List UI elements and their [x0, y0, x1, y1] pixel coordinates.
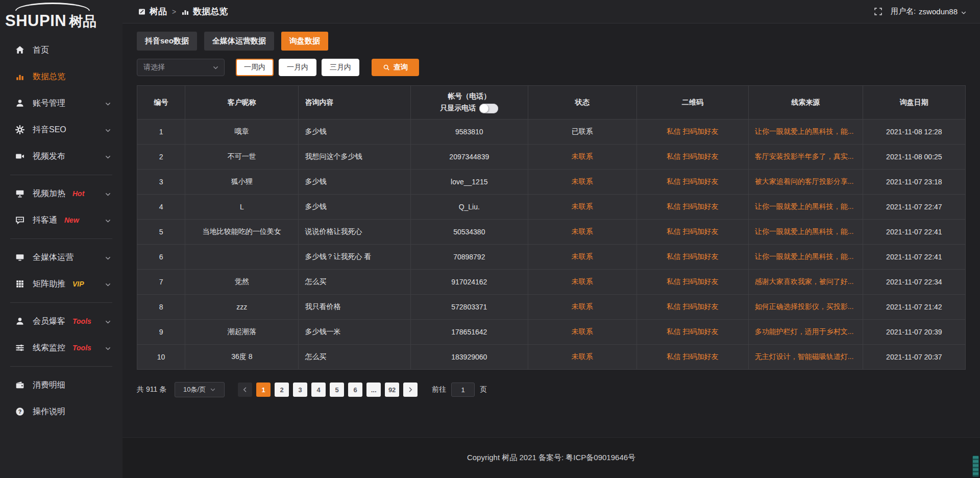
- source-link[interactable]: 让你一眼就爱上的黑科技，能...: [755, 127, 856, 136]
- cell-account: 70898792: [410, 245, 528, 270]
- cell-no: 6: [137, 245, 185, 270]
- sidebar-item-member-baoke[interactable]: 会员爆客 Tools: [0, 308, 122, 334]
- cell-qrcode: 私信 扫码加好友: [636, 170, 748, 195]
- qrcode-link[interactable]: 私信 扫码加好友: [667, 252, 719, 260]
- table-row: 7 觉然 怎么买 917024162 未联系 私信 扫码加好友 感谢大家喜欢我家…: [137, 270, 966, 295]
- cell-source: 让你一眼就爱上的黑科技，能...: [748, 119, 863, 145]
- source-link[interactable]: 多功能护栏灯，适用于乡村文...: [755, 327, 856, 337]
- cell-status: 未联系: [528, 195, 637, 220]
- qrcode-link[interactable]: 私信 扫码加好友: [667, 277, 719, 285]
- source-link[interactable]: 让你一眼就爱上的黑科技，能...: [755, 227, 856, 236]
- qrcode-link[interactable]: 私信 扫码加好友: [667, 202, 719, 210]
- source-link[interactable]: 让你一眼就爱上的黑科技，能...: [755, 202, 856, 211]
- cell-date: 2021-11-07 21:42: [863, 295, 965, 320]
- sidebar-item-home[interactable]: 首页: [0, 37, 122, 63]
- query-button[interactable]: 查询: [372, 59, 419, 76]
- sidebar-item-help[interactable]: ? 操作说明: [0, 398, 122, 425]
- user-menu[interactable]: 用户名: zswodun88: [891, 7, 967, 16]
- prev-page-button[interactable]: [238, 383, 252, 397]
- sidebar-divider: [10, 366, 112, 367]
- source-link[interactable]: 感谢大家喜欢我家，被问了好...: [755, 277, 856, 286]
- sidebar-item-clue-monitor[interactable]: 线索监控 Tools: [0, 334, 122, 361]
- sidebar-item-consumption-detail[interactable]: 消费明细: [0, 372, 122, 398]
- phone-toggle-row: 只显示电话: [417, 104, 522, 113]
- sidebar-item-video-publish[interactable]: 视频发布: [0, 143, 122, 170]
- cell-account: 183929060: [410, 345, 528, 370]
- tab-全媒体运营数据[interactable]: 全媒体运营数据: [204, 32, 274, 51]
- svg-text:?: ?: [18, 409, 22, 415]
- qrcode-link[interactable]: 私信 扫码加好友: [667, 302, 719, 310]
- table-row: 2 不可一世 我想问这个多少钱 2097344839 未联系 私信 扫码加好友 …: [137, 145, 966, 170]
- breadcrumb-item-brand[interactable]: 树品: [138, 6, 167, 17]
- chevron-left-icon: [242, 387, 248, 393]
- chevron-down-icon: [210, 387, 216, 393]
- tab-抖音seo数据[interactable]: 抖音seo数据: [137, 32, 197, 51]
- period-button-一月内[interactable]: 一月内: [279, 59, 316, 76]
- cell-qrcode: 私信 扫码加好友: [636, 345, 748, 370]
- page-size-select[interactable]: 10条/页: [175, 382, 225, 397]
- page-button-2[interactable]: 2: [275, 383, 289, 397]
- breadcrumb-item-page[interactable]: 数据总览: [181, 6, 228, 17]
- breadcrumb-label: 数据总览: [193, 6, 228, 17]
- sidebar-item-douyin-seo[interactable]: 抖音SEO: [0, 116, 122, 143]
- source-link[interactable]: 客厅安装投影半年多了，真实...: [755, 152, 856, 161]
- logo-text-cn: 树品: [69, 15, 96, 29]
- cell-source: 多功能护栏灯，适用于乡村文...: [748, 320, 863, 345]
- page-button-1[interactable]: 1: [256, 383, 271, 397]
- qrcode-link[interactable]: 私信 扫码加好友: [667, 127, 719, 135]
- sidebar-item-doukertong[interactable]: 抖客通 New: [0, 207, 122, 233]
- cell-date: 2021-11-07 22:34: [863, 270, 965, 295]
- cell-date: 2021-11-07 20:39: [863, 320, 965, 345]
- table-row: 1 哦章 多少钱 9583810 已联系 私信 扫码加好友 让你一眼就爱上的黑科…: [137, 119, 966, 145]
- goto-page: 前往 页: [432, 383, 487, 397]
- tab-询盘数据[interactable]: 询盘数据: [281, 32, 328, 51]
- period-button-三月内[interactable]: 三月内: [322, 59, 359, 76]
- page-size-label: 10条/页: [183, 385, 206, 394]
- source-link[interactable]: 无主灯设计，智能磁吸轨道灯...: [755, 352, 856, 362]
- sidebar-item-matrix-boost[interactable]: 矩阵助推 VIP: [0, 271, 122, 297]
- logo-arc-decoration: [15, 3, 90, 11]
- sidebar-item-media-operation[interactable]: 全媒体运营: [0, 244, 122, 271]
- period-button-一周内[interactable]: 一周内: [236, 59, 274, 76]
- sidebar-item-video-heat[interactable]: 视频加热 Hot: [0, 180, 122, 207]
- period-filter-group: 一周内一月内三月内: [236, 59, 359, 76]
- page-ellipsis[interactable]: ...: [366, 383, 381, 397]
- phone-only-toggle[interactable]: [479, 104, 498, 113]
- chevron-down-icon: [212, 64, 219, 71]
- username-label: 用户名:: [891, 7, 916, 16]
- cell-nick: [185, 245, 299, 270]
- table-row: 10 36度 8 怎么买 183929060 未联系 私信 扫码加好友 无主灯设…: [137, 345, 966, 370]
- source-link[interactable]: 如何正确选择投影仪，买投影...: [755, 302, 856, 312]
- page-button-5[interactable]: 5: [330, 383, 344, 397]
- sidebar: SHUPIN 树品 首页 数据总览 账号管理 抖音SEO 视频发布: [0, 0, 122, 478]
- cell-content: 多少钱: [299, 170, 410, 195]
- qrcode-link[interactable]: 私信 扫码加好友: [667, 177, 719, 185]
- copyright-text: Copyright 树品 2021 备案号: 粤ICP备09019646号: [467, 453, 635, 463]
- sidebar-item-account-manage[interactable]: 账号管理: [0, 90, 122, 116]
- sidebar-item-data-overview[interactable]: 数据总览: [0, 63, 122, 90]
- cell-qrcode: 私信 扫码加好友: [636, 320, 748, 345]
- qrcode-link[interactable]: 私信 扫码加好友: [667, 152, 719, 160]
- fullscreen-icon[interactable]: [874, 7, 883, 16]
- qrcode-link[interactable]: 私信 扫码加好友: [667, 327, 719, 336]
- sidebar-item-badge: Hot: [72, 189, 84, 198]
- cell-no: 9: [137, 320, 185, 345]
- page-button-4[interactable]: 4: [311, 383, 326, 397]
- home-icon: [15, 45, 24, 55]
- source-link[interactable]: 让你一眼就爱上的黑科技，能...: [755, 252, 856, 261]
- pagination-total: 共 911 条: [137, 385, 166, 394]
- goto-page-input[interactable]: [451, 383, 475, 397]
- source-link[interactable]: 被大家追着问的客厅投影分享...: [755, 177, 856, 186]
- floating-widget[interactable]: [972, 456, 979, 477]
- page-button-6[interactable]: 6: [348, 383, 362, 397]
- account-select[interactable]: 请选择: [137, 59, 225, 76]
- qrcode-link[interactable]: 私信 扫码加好友: [667, 227, 719, 235]
- brand-logo[interactable]: SHUPIN 树品: [0, 0, 122, 30]
- cell-qrcode: 私信 扫码加好友: [636, 295, 748, 320]
- page-button-3[interactable]: 3: [293, 383, 307, 397]
- page-button-92[interactable]: 92: [385, 383, 399, 397]
- qrcode-link[interactable]: 私信 扫码加好友: [667, 352, 719, 361]
- next-page-button[interactable]: [403, 383, 418, 397]
- cell-account: love__1215: [410, 170, 528, 195]
- cell-source: 被大家追着问的客厅投影分享...: [748, 170, 863, 195]
